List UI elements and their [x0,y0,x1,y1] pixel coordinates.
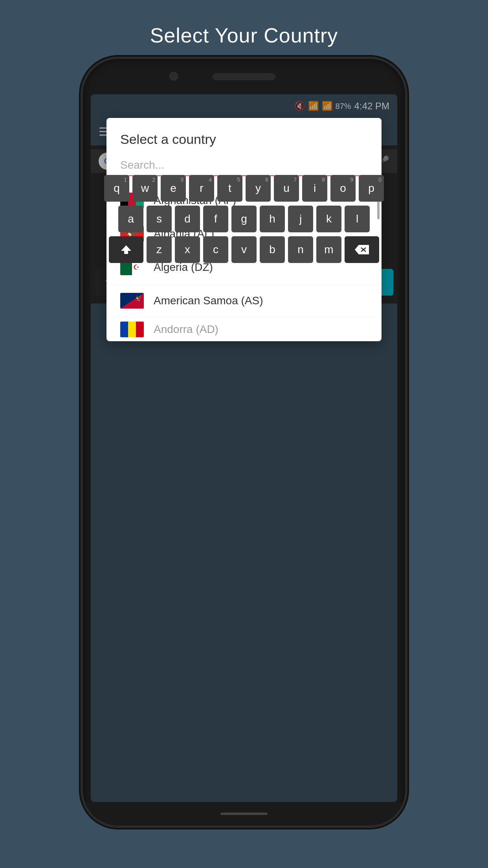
phone-bottom [83,802,405,826]
country-name: Andorra (AD) [154,323,218,336]
phone-shell: 🔇 📶 📶 87% 4:42 PM ☰ Select a country [83,59,405,826]
modal-title: Select a country [106,118,382,153]
country-name: American Samoa (AS) [154,294,263,307]
key-a[interactable]: a [118,206,143,232]
key-w[interactable]: w2 [132,175,158,202]
key-c[interactable]: c [203,236,228,263]
key-u[interactable]: u7 [274,175,299,202]
phone-speaker [213,73,275,80]
flag-as: 🦅 [120,293,144,309]
home-indicator [220,813,268,815]
search-input[interactable] [120,155,368,176]
key-j[interactable]: j [288,206,313,232]
backspace-key[interactable] [345,236,379,263]
phone-camera [169,72,178,81]
key-m[interactable]: m [316,236,341,263]
key-b[interactable]: b [260,236,285,263]
page-title: Select Your Country [150,24,338,47]
key-n[interactable]: n [288,236,313,263]
key-h[interactable]: h [260,206,285,232]
phone-screen: 🔇 📶 📶 87% 4:42 PM ☰ Select a country [91,94,397,802]
key-q[interactable]: q1 [104,175,129,202]
key-l[interactable]: l [345,206,370,232]
crescent-icon: ☪ [133,263,139,272]
key-g[interactable]: g [231,206,257,232]
key-o[interactable]: o9 [330,175,356,202]
key-z[interactable]: z [147,236,172,263]
svg-marker-8 [121,245,131,254]
key-i[interactable]: i8 [302,175,327,202]
key-v[interactable]: v [231,236,257,263]
key-t[interactable]: t5 [217,175,242,202]
key-p[interactable]: p0 [359,175,384,202]
key-r[interactable]: r4 [189,175,214,202]
key-x[interactable]: x [175,236,200,263]
shift-key[interactable] [109,236,143,263]
list-item[interactable]: Andorra (AD) [106,318,382,341]
key-y[interactable]: y6 [246,175,271,202]
flag-ad [120,322,144,337]
svg-marker-9 [355,245,369,254]
key-s[interactable]: s [147,206,172,232]
key-f[interactable]: f [203,206,228,232]
eagle-icon: 🦅 [135,295,142,301]
key-e[interactable]: e3 [161,175,186,202]
phone-top-bar [83,59,405,94]
key-d[interactable]: d [175,206,200,232]
key-row-2: a s d f g h j k l [95,206,393,232]
key-k[interactable]: k [316,206,341,232]
key-row-3: z x c v b n m [95,236,393,263]
list-item[interactable]: 🦅 American Samoa (AS) [106,284,382,318]
